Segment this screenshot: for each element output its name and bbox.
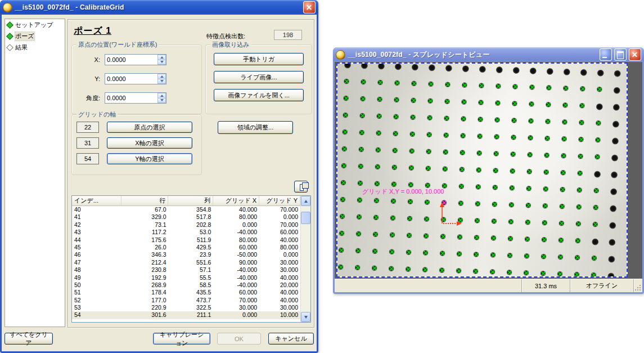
- minimize-icon[interactable]: [600, 48, 612, 61]
- col-header-gridy[interactable]: グリッド Y: [259, 196, 300, 205]
- grid-dot: [559, 220, 564, 226]
- table-row[interactable]: 46346.323.9-50.0000.000: [72, 251, 300, 258]
- angle-spin-down[interactable]: [157, 99, 166, 104]
- calibration-image-selection[interactable]: グリッド X,Y = 0.000, 10.000: [336, 62, 628, 278]
- grid-dot: [425, 166, 431, 171]
- table-row[interactable]: 41329.0517.880.0000.000: [72, 213, 300, 221]
- angle-input[interactable]: [105, 93, 157, 103]
- grid-dot: [490, 235, 496, 241]
- scroll-down-icon[interactable]: [301, 312, 310, 322]
- maximize-icon[interactable]: [614, 48, 627, 61]
- grid-dot: [357, 197, 362, 203]
- grid-dot: [493, 168, 498, 173]
- close-icon[interactable]: [629, 48, 641, 61]
- grid-dot: [457, 217, 463, 223]
- grid-dot: [445, 65, 452, 72]
- grid-dot: [491, 218, 497, 224]
- grid-dot: [562, 119, 568, 125]
- y-input[interactable]: [105, 74, 157, 84]
- x-spin-up[interactable]: [157, 55, 166, 60]
- ok-button: OK: [217, 333, 261, 345]
- grid-dot: [574, 271, 579, 276]
- calibration-grid-image[interactable]: グリッド X,Y = 0.000, 10.000: [337, 64, 627, 276]
- table-row[interactable]: 4526.0429.560.00080.000: [72, 244, 300, 251]
- select-y-axis-button[interactable]: Y軸の選択: [107, 153, 192, 164]
- col-header-index[interactable]: インデ...: [72, 196, 121, 205]
- table-row[interactable]: 4067.0354.840.00070.000: [72, 206, 300, 213]
- grid-dot: [406, 249, 411, 255]
- calibration-button[interactable]: キャリブレーション: [153, 333, 210, 345]
- grid-dot: [444, 115, 449, 121]
- grid-dot: [443, 149, 448, 155]
- scrollbar-thumb[interactable]: [301, 212, 310, 224]
- table-cell: 41: [72, 213, 121, 221]
- sidebar-item-result[interactable]: 結果: [5, 42, 65, 53]
- table-cell: 55.5: [169, 274, 214, 281]
- table-row[interactable]: 54301.6211.10.00010.000: [72, 311, 300, 319]
- grid-dot: [372, 248, 377, 254]
- angle-spin-up[interactable]: [157, 93, 166, 99]
- sidebar-item-pose[interactable]: ポーズ: [5, 30, 65, 42]
- sidebar-item-setup[interactable]: セットアップ: [5, 19, 65, 30]
- y-spin-down[interactable]: [157, 79, 166, 84]
- grid-dot: [609, 222, 616, 229]
- table-scrollbar[interactable]: [300, 196, 310, 322]
- calibrate-titlebar[interactable]: __is5100_0072fd_ - CalibrateGrid: [0, 0, 318, 15]
- grid-dot: [424, 216, 429, 222]
- table-row[interactable]: 43117.253.0-40.00060.000: [72, 229, 300, 236]
- grid-dot: [546, 102, 551, 108]
- scroll-up-icon[interactable]: [301, 196, 310, 206]
- x-spin-down[interactable]: [157, 60, 166, 65]
- resize-grip[interactable]: [633, 279, 642, 292]
- table-row[interactable]: 4273.1202.80.00070.000: [72, 221, 300, 229]
- table-cell: 53: [72, 304, 121, 311]
- table-cell: -40.000: [213, 229, 259, 236]
- grid-dot: [473, 252, 479, 257]
- table-row[interactable]: 53220.9322.530.00030.000: [72, 304, 300, 311]
- grid-dot: [474, 218, 480, 224]
- table-row[interactable]: 47212.4551.690.00030.000: [72, 259, 300, 266]
- table-row[interactable]: 49192.955.5-40.00040.000: [72, 274, 300, 281]
- copy-table-button[interactable]: [294, 181, 308, 193]
- grid-dot: [427, 98, 433, 104]
- table-row[interactable]: 50268.958.5-40.00020.000: [72, 281, 300, 289]
- live-image-button[interactable]: ライブ画像...: [214, 71, 304, 83]
- adjust-region-button[interactable]: 領域の調整...: [218, 121, 293, 134]
- grid-dot: [576, 204, 582, 209]
- grid-dot: [358, 146, 364, 152]
- grid-dot: [528, 135, 533, 141]
- select-x-axis-button[interactable]: X軸の選択: [107, 137, 192, 149]
- x-spinner: [105, 54, 166, 65]
- grid-dot: [494, 134, 499, 140]
- table-cell: 322.5: [169, 304, 214, 311]
- table-row[interactable]: 48230.857.1-40.00030.000: [72, 266, 300, 274]
- grid-dot: [389, 249, 394, 254]
- manual-trigger-button[interactable]: 手動トリガ: [214, 53, 304, 65]
- grid-dot: [575, 238, 580, 243]
- table-row[interactable]: 51178.4435.560.00040.000: [72, 289, 300, 296]
- grid-dot: [339, 213, 345, 219]
- table-cell: 40.000: [259, 274, 300, 281]
- select-origin-button[interactable]: 原点の選択: [107, 122, 192, 133]
- open-image-file-button[interactable]: 画像ファイルを開く...: [214, 89, 304, 101]
- grid-dot: [412, 64, 418, 70]
- close-icon[interactable]: [303, 1, 316, 14]
- grid-dot: [442, 166, 448, 172]
- grid-dot: [479, 83, 484, 88]
- spreadsheet-titlebar[interactable]: __is5100_0072fd_ - スプレッドシートビュー: [333, 47, 644, 62]
- grid-dot: [378, 64, 385, 70]
- grid-dot: [371, 265, 377, 271]
- col-header-row[interactable]: 行: [121, 196, 169, 205]
- clear-all-button[interactable]: すべてをクリア: [4, 333, 53, 345]
- grid-dot: [526, 186, 532, 191]
- col-header-gridx[interactable]: グリッド X: [213, 196, 259, 205]
- scrollbar-track[interactable]: [301, 206, 310, 312]
- table-row[interactable]: 44175.6511.980.00040.000: [72, 236, 300, 244]
- grid-dot: [478, 117, 483, 122]
- y-spin-up[interactable]: [157, 74, 166, 79]
- grid-dot: [405, 266, 411, 272]
- x-input[interactable]: [105, 55, 157, 65]
- cancel-button[interactable]: キャンセル: [268, 333, 314, 345]
- col-header-col[interactable]: 列: [168, 196, 213, 205]
- table-row[interactable]: 52177.0473.770.00040.000: [72, 297, 300, 304]
